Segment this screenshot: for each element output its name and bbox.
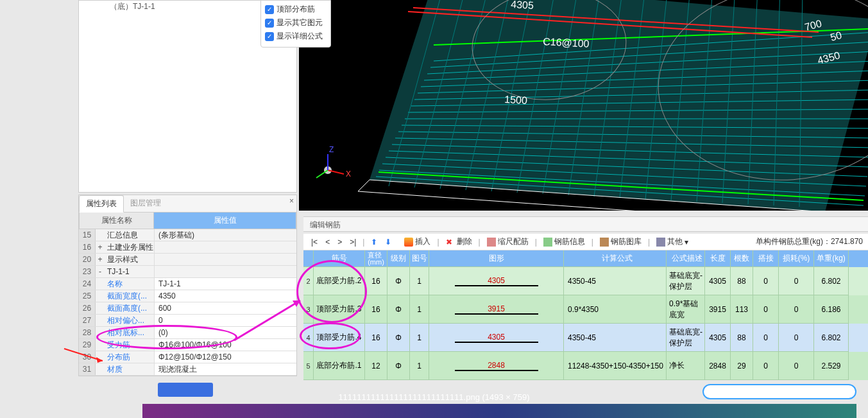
- footer-strip: [142, 404, 856, 418]
- tab-layers[interactable]: 图层管理: [124, 195, 167, 212]
- svg-line-46: [316, 170, 328, 178]
- prop-name: 汇总信息: [105, 230, 154, 241]
- library-icon: [600, 238, 609, 247]
- nav-next-button[interactable]: >: [335, 238, 345, 247]
- nav-first-button[interactable]: |<: [309, 238, 320, 247]
- checkbox-icon: ✓: [265, 19, 274, 28]
- edit-rebar-title: 编辑钢筋: [303, 216, 868, 232]
- table-row[interactable]: 2底部受力筋.216Φ143054350-45基础底宽-保护层430588006…: [303, 267, 868, 295]
- image-caption: 111111111111111111111111111.png (1493 × …: [0, 392, 868, 402]
- rebar-name: 底部分布筋.1: [314, 352, 365, 380]
- table-row[interactable]: 3顶部受力筋.316Φ139150.9*43500.9*基础底宽39151130…: [303, 295, 868, 324]
- prop-value[interactable]: (条形基础): [154, 229, 296, 241]
- rebar-name: 顶部受力筋.4: [314, 324, 365, 352]
- nav-last-button[interactable]: >|: [347, 238, 359, 247]
- expand-icon[interactable]: +: [96, 243, 105, 252]
- svg-line-49: [234, 300, 300, 340]
- property-panel: × 属性列表 图层管理 属性名称 属性值 15汇总信息(条形基础) 16+土建业…: [78, 195, 297, 376]
- ruler-icon: [487, 238, 496, 247]
- rebar-table: 筋号 直径 (mm) 级别 图号 图形 计算公式 公式描述 长度 根数 搭接 损…: [303, 250, 868, 380]
- info-icon: [543, 238, 552, 247]
- table-row[interactable]: 4顶部受力筋.416Φ143054350-45基础底宽-保护层430588006…: [303, 324, 868, 352]
- gear-icon: [656, 238, 665, 247]
- total-weight: 单构件钢筋总重(kg)：2741.870: [756, 236, 863, 247]
- checkbox-icon: ✓: [265, 32, 274, 41]
- rebar-name: 顶部受力筋.3: [314, 295, 365, 324]
- col-name-header: 属性名称: [79, 213, 154, 229]
- insert-icon: [404, 238, 413, 247]
- insert-button[interactable]: 插入: [402, 236, 433, 247]
- col-value-header: 属性值: [154, 213, 296, 229]
- rebar-info-button[interactable]: 钢筋信息: [541, 236, 588, 247]
- checkbox-icon: ✓: [265, 5, 274, 14]
- chevron-down-icon: ▾: [685, 238, 688, 247]
- tab-properties[interactable]: 属性列表: [79, 195, 124, 213]
- rebar-library-button[interactable]: 钢筋图库: [597, 236, 644, 247]
- table-row[interactable]: 5底部分布筋.112Φ1284811248-4350+150-4350+150净…: [303, 352, 868, 380]
- option-top-distrib[interactable]: ✓顶部分布筋: [265, 3, 327, 16]
- scale-rebar-button[interactable]: 缩尺配筋: [484, 236, 531, 247]
- delete-button[interactable]: ✖删除: [443, 236, 475, 247]
- delete-icon: ✖: [446, 238, 455, 247]
- svg-text:X: X: [346, 170, 351, 179]
- display-options-popup: ✓顶部分布筋 ✓显示其它图元 ✓显示详细公式: [260, 0, 331, 48]
- col-header[interactable]: 筋号: [314, 250, 365, 267]
- 3d-viewport[interactable]: 4305 C16@100 1500 700 50 4350 X Z: [299, 0, 868, 211]
- option-show-detail[interactable]: ✓显示详细公式: [265, 30, 327, 43]
- dim-text: 1500: [504, 94, 528, 106]
- rebar-toolbar: |< < > >| | ⬆ ⬇ 插入 | ✖删除 | 缩尺配筋 | 钢筋信息 |…: [303, 234, 868, 250]
- other-button[interactable]: 其他 ▾: [654, 236, 691, 247]
- close-icon[interactable]: ×: [289, 196, 294, 205]
- svg-text:Z: Z: [329, 145, 334, 154]
- annotation-arrow: [63, 347, 108, 366]
- up-icon[interactable]: ⬆: [368, 238, 380, 247]
- expand-icon[interactable]: +: [96, 255, 105, 264]
- rebar-name: 底部受力筋.2: [314, 267, 365, 295]
- nav-prev-button[interactable]: <: [323, 238, 332, 247]
- option-show-other[interactable]: ✓显示其它图元: [265, 16, 327, 30]
- annotation-arrow: [231, 295, 308, 347]
- down-icon[interactable]: ⬇: [382, 238, 394, 247]
- dim-text: 4305: [511, 0, 534, 11]
- collapse-icon[interactable]: -: [96, 267, 105, 276]
